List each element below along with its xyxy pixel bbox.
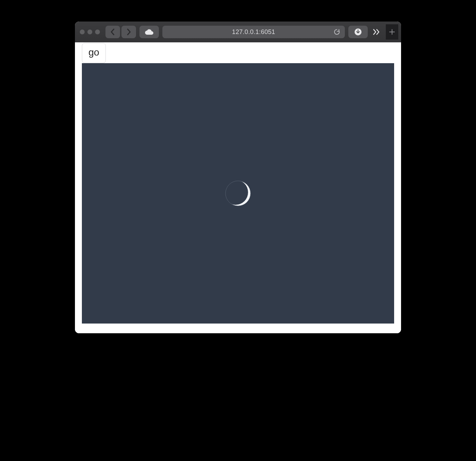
fullscreen-window-button[interactable] xyxy=(95,30,100,34)
downloads-button[interactable] xyxy=(348,26,368,38)
canvas-area xyxy=(82,63,394,324)
nav-buttons xyxy=(105,26,136,38)
address-bar[interactable]: 127.0.0.1:6051 xyxy=(162,26,345,38)
window-controls xyxy=(78,30,102,34)
chevron-right-icon xyxy=(126,28,131,35)
minimize-window-button[interactable] xyxy=(87,30,92,34)
cloud-icon xyxy=(144,29,154,35)
toolbar-overflow-button[interactable] xyxy=(371,29,382,35)
svg-point-3 xyxy=(226,181,250,206)
back-button[interactable] xyxy=(105,26,120,38)
double-chevron-right-icon xyxy=(373,29,380,35)
address-bar-url: 127.0.0.1:6051 xyxy=(162,28,345,36)
page-content: go xyxy=(75,42,401,333)
download-icon xyxy=(354,28,362,36)
browser-toolbar: 127.0.0.1:6051 xyxy=(75,22,401,42)
plus-icon xyxy=(389,29,395,35)
reload-icon xyxy=(334,29,340,35)
close-window-button[interactable] xyxy=(80,30,85,34)
reload-button[interactable] xyxy=(334,29,340,35)
chevron-left-icon xyxy=(110,28,115,35)
browser-window: 127.0.0.1:6051 go xyxy=(75,22,401,333)
go-button[interactable]: go xyxy=(82,43,106,63)
forward-button[interactable] xyxy=(121,26,136,38)
crescent-moon-icon xyxy=(224,179,252,207)
icloud-tabs-button[interactable] xyxy=(139,26,159,38)
new-tab-button[interactable] xyxy=(386,24,398,40)
